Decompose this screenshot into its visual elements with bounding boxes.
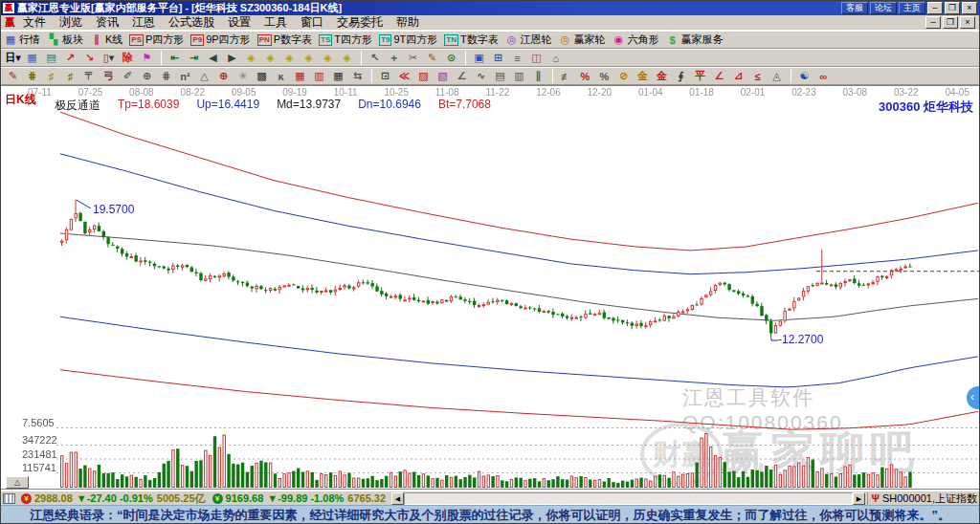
toolbar-winner-service-button[interactable]: $赢家服务 bbox=[666, 33, 724, 47]
candle-style-dropdown[interactable]: ▯▾ bbox=[100, 50, 118, 66]
asterisk-icon[interactable]: ✳ bbox=[234, 68, 252, 84]
triangle-tool-icon[interactable]: △ bbox=[195, 68, 213, 84]
gann-grid-icon[interactable]: ⋕ bbox=[23, 68, 41, 84]
black-grid-icon[interactable]: ▦ bbox=[329, 68, 347, 84]
zigzag-up-icon[interactable]: ↗ bbox=[61, 50, 79, 66]
send-icon[interactable]: ⌂ bbox=[546, 50, 565, 66]
info-panel-icon[interactable]: ▤ bbox=[42, 50, 60, 66]
fan-lines-icon[interactable]: ≪ bbox=[395, 68, 413, 84]
circle-cross-icon[interactable]: ⊕ bbox=[138, 68, 156, 84]
angle-line-icon[interactable]: ∠ bbox=[453, 68, 471, 84]
title-button-0[interactable]: 客服 bbox=[841, 2, 868, 14]
last-page-icon[interactable]: ⇥ bbox=[185, 50, 203, 66]
arc-tool-icon[interactable]: 弓 bbox=[100, 68, 118, 84]
menu-item-7[interactable]: 窗口 bbox=[301, 14, 323, 31]
scroll-left-button[interactable]: ◀ bbox=[391, 492, 404, 505]
slash-lines-icon[interactable]: ∥ bbox=[529, 68, 547, 84]
percent-icon[interactable]: % bbox=[595, 68, 613, 84]
nav-diamond-down-icon[interactable]: ◈ bbox=[338, 50, 356, 66]
quote-grid-icon[interactable] bbox=[3, 493, 15, 504]
wheel-small-icon[interactable]: ⊙ bbox=[442, 50, 460, 66]
toolbar-9t-square-button[interactable]: T99T四方形 bbox=[379, 33, 437, 47]
brush-icon[interactable]: ✎ bbox=[423, 50, 441, 66]
child-restore-button[interactable]: ❐ bbox=[943, 16, 958, 29]
title-button-2[interactable]: 主页 bbox=[899, 2, 925, 14]
percent-circle-icon[interactable]: ⊘ bbox=[614, 68, 633, 84]
next-bar-icon[interactable]: ▶ bbox=[223, 50, 241, 66]
color-flag-icon[interactable]: ⚑ bbox=[138, 50, 156, 66]
menu-item-2[interactable]: 资讯 bbox=[96, 14, 119, 31]
balance-line-icon[interactable]: 平 bbox=[691, 68, 709, 84]
window-restore-button[interactable]: ❐ bbox=[945, 2, 960, 14]
calculator-icon[interactable]: ⊞ bbox=[489, 50, 507, 66]
toolbar-sectors-button[interactable]: ▚板块 bbox=[47, 33, 83, 47]
ratio-tool-icon[interactable]: ≢ bbox=[557, 68, 575, 84]
zigzag-down-icon[interactable]: ↘ bbox=[80, 50, 99, 66]
drag-hand-icon[interactable]: ↖ bbox=[366, 50, 384, 66]
window-minimize-button[interactable]: – bbox=[927, 2, 943, 14]
toolbar-kline-button[interactable]: ∥K线 bbox=[90, 33, 122, 47]
pattern1-icon[interactable]: ▨ bbox=[414, 68, 433, 84]
gold-angle-icon[interactable]: ∠ bbox=[710, 68, 728, 84]
red-grid-icon[interactable]: ▦ bbox=[291, 68, 309, 84]
n2-tool-icon[interactable]: n² bbox=[176, 68, 194, 84]
notes-icon[interactable]: ≡ bbox=[508, 50, 526, 66]
nav-diamond-out-icon[interactable]: ◈ bbox=[300, 50, 318, 66]
period-day-dropdown[interactable]: 日▾ bbox=[4, 50, 22, 66]
rect-select-icon[interactable]: ⊡ bbox=[376, 68, 394, 84]
save-icon[interactable]: ◫ bbox=[527, 50, 546, 66]
dark-grid-icon[interactable]: ▩ bbox=[253, 68, 271, 84]
menu-item-5[interactable]: 设置 bbox=[228, 14, 251, 31]
toolbar-9p-square-button[interactable]: P99P四方形 bbox=[190, 33, 250, 47]
percent-red-icon[interactable]: % bbox=[576, 68, 594, 84]
toolbar-p-square-button[interactable]: PSP四方形 bbox=[129, 33, 184, 47]
pattern2-icon[interactable]: ▧ bbox=[434, 68, 452, 84]
child-close-button[interactable]: × bbox=[960, 16, 975, 29]
scroll-track[interactable] bbox=[404, 492, 853, 505]
grid-dense-icon[interactable]: ⋕ bbox=[157, 68, 175, 84]
pen-tool-icon[interactable]: ✎ bbox=[4, 68, 22, 84]
chart-canvas[interactable] bbox=[1, 86, 980, 491]
crosshair-icon[interactable]: ＋ bbox=[385, 50, 403, 66]
level-tool-icon[interactable]: 〒 bbox=[80, 68, 99, 84]
width-tool-icon[interactable]: ⇆ bbox=[348, 68, 367, 84]
chart-grid-icon[interactable]: ▦ bbox=[23, 50, 41, 66]
scroll-right-button[interactable]: ▶ bbox=[853, 492, 865, 505]
gann-box2-icon[interactable]: ♯ bbox=[61, 68, 79, 84]
gann-box-icon[interactable]: ♯ bbox=[42, 68, 60, 84]
nav-diamond-in-icon[interactable]: ◈ bbox=[280, 50, 299, 66]
menu-item-3[interactable]: 江恩 bbox=[132, 14, 155, 31]
expand-indicator-button[interactable]: △ bbox=[6, 476, 29, 489]
menu-item-0[interactable]: 文件 bbox=[23, 14, 46, 31]
prev-bar-icon[interactable]: ◀ bbox=[204, 50, 222, 66]
menu-item-8[interactable]: 交易委托 bbox=[337, 14, 383, 31]
gold-line-icon[interactable]: 金 bbox=[653, 68, 671, 84]
toolbar-p-table-button[interactable]: PNP数字表 bbox=[257, 33, 312, 47]
taiji-icon[interactable]: ☯ bbox=[795, 68, 813, 84]
cut-icon[interactable]: ✂ bbox=[404, 50, 422, 66]
nav-diamond-up-icon[interactable]: ◈ bbox=[319, 50, 337, 66]
grid4-icon[interactable]: ▥ bbox=[510, 68, 528, 84]
red-grid2-icon[interactable]: ▥ bbox=[310, 68, 328, 84]
trend-icon[interactable]: ≤ bbox=[748, 68, 767, 84]
k-mark-icon[interactable]: ĸ bbox=[272, 68, 290, 84]
menu-item-1[interactable]: 浏览 bbox=[59, 14, 82, 31]
target-icon[interactable]: ⊕ bbox=[214, 68, 233, 84]
toolbar-t-table-button[interactable]: TNT数字表 bbox=[444, 33, 498, 47]
pointer-tool-icon[interactable]: ✐ bbox=[119, 68, 137, 84]
toolbar-quotes-button[interactable]: ▦行情 bbox=[4, 33, 40, 47]
wave-icon[interactable]: ∿ bbox=[472, 68, 490, 84]
status-index-panel[interactable]: Ψ SH000001,上证指数 bbox=[867, 492, 977, 505]
first-page-icon[interactable]: ⇤ bbox=[166, 50, 184, 66]
menu-item-9[interactable]: 帮助 bbox=[396, 14, 419, 31]
menu-item-6[interactable]: 工具 bbox=[264, 14, 287, 31]
ex-rights-icon[interactable]: 除 bbox=[119, 50, 137, 66]
toolbar-gann-wheel-button[interactable]: ◎江恩轮 bbox=[505, 33, 552, 47]
grid3-icon[interactable]: ▤ bbox=[491, 68, 509, 84]
window-close-button[interactable]: × bbox=[962, 2, 977, 14]
infinity-icon[interactable]: ∞ bbox=[814, 68, 833, 84]
menu-item-4[interactable]: 公式选股 bbox=[168, 14, 214, 31]
gold-section-icon[interactable]: 金 bbox=[634, 68, 652, 84]
wedge-icon[interactable]: ⊿ bbox=[729, 68, 747, 84]
nav-diamond-right-icon[interactable]: ◈ bbox=[261, 50, 279, 66]
